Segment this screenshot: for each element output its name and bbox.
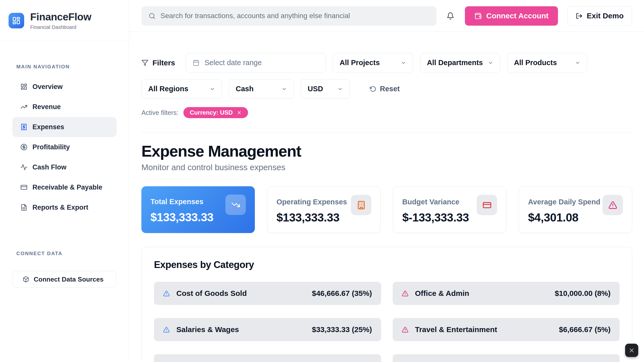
calendar-icon	[193, 59, 199, 66]
active-filters-row: Active filters: Currency: USD	[141, 107, 632, 118]
stat-label: Operating Expenses	[276, 198, 347, 206]
top-bar: Connect Account Exit Demo	[129, 0, 644, 32]
main-column: Connect Account Exit Demo Filters Select…	[129, 0, 644, 362]
stat-value: $133,333.33	[150, 210, 213, 224]
sidebar-item-profitability[interactable]: Profitability	[12, 137, 116, 157]
connect-data-sources-label: Connect Data Sources	[34, 276, 103, 283]
sidebar-item-reports-export[interactable]: Reports & Export	[12, 197, 116, 217]
chevron-down-icon	[210, 86, 215, 92]
connect-account-button[interactable]: Connect Account	[465, 6, 558, 26]
sidebar-item-label: Receivable & Payable	[32, 184, 102, 191]
category-value: $6,666.67 (5%)	[559, 325, 611, 334]
search-icon	[149, 13, 155, 19]
app-root: FinanceFlow Financial Dashboard MAIN NAV…	[0, 0, 644, 362]
stat-label: Average Daily Spend	[528, 198, 600, 206]
exit-demo-label: Exit Demo	[587, 12, 624, 20]
chevron-down-icon	[281, 86, 287, 92]
bell-icon	[447, 12, 454, 20]
sidebar-item-receivable-payable[interactable]: Receivable & Payable	[12, 177, 116, 197]
chevron-down-icon	[401, 60, 406, 66]
departments-select[interactable]: All Departments	[420, 53, 500, 72]
sidebar-item-label: Cash Flow	[32, 163, 66, 171]
category-row-salaries-wages[interactable]: Salaries & Wages $33,333.33 (25%)	[154, 318, 381, 341]
category-row-cost-of-goods-sold[interactable]: Cost of Goods Sold $46,666.67 (35%)	[154, 282, 381, 305]
reset-filters-button[interactable]: Reset	[370, 85, 400, 93]
category-row-office-admin[interactable]: Office & Admin $10,000.00 (8%)	[393, 282, 620, 305]
search-bar[interactable]	[142, 6, 436, 26]
section-divider	[141, 132, 632, 132]
category-row-travel-entertainment[interactable]: Travel & Entertainment $6,666.67 (5%)	[393, 318, 620, 341]
logout-icon	[576, 13, 583, 19]
file-text-icon	[20, 204, 27, 211]
stat-card-operating-expenses[interactable]: Operating Expenses $133,333.33	[267, 186, 381, 233]
rotate-ccw-icon	[370, 86, 376, 92]
trending-down-icon	[225, 195, 246, 215]
stat-card-total-expenses[interactable]: Total Expenses $133,333.33	[141, 186, 255, 233]
date-range-input[interactable]: Select date range	[186, 53, 326, 72]
sidebar-item-overview[interactable]: Overview	[12, 77, 116, 97]
category-name: Cost of Goods Sold	[176, 289, 247, 298]
filters-row-1: Filters Select date range All Projects A…	[141, 53, 632, 72]
main-navigation: Overview Revenue Expenses Profitability …	[12, 77, 116, 217]
x-icon[interactable]	[237, 110, 242, 115]
app-logo	[9, 13, 24, 28]
stat-value: $133,333.33	[276, 211, 347, 224]
expenses-by-category-card: Expenses by Category Cost of Goods Sold …	[141, 247, 632, 362]
regions-select[interactable]: All Regions	[141, 79, 222, 99]
projects-select[interactable]: All Projects	[333, 53, 413, 72]
stat-card-budget-variance[interactable]: Budget Variance $-133,333.33	[393, 186, 506, 233]
dollar-circle-icon	[20, 144, 27, 151]
active-filter-chip-currency[interactable]: Currency: USD	[183, 107, 248, 118]
active-filters-label: Active filters:	[141, 109, 178, 117]
alert-triangle-icon	[163, 326, 170, 333]
products-select[interactable]: All Products	[507, 53, 587, 72]
alert-triangle-icon	[163, 290, 170, 297]
chevron-down-icon	[337, 86, 343, 92]
stat-card-average-daily-spend[interactable]: Average Daily Spend $4,301.08	[519, 186, 632, 233]
category-name: Office & Admin	[415, 289, 469, 298]
sidebar-item-label: Expenses	[32, 123, 64, 131]
exit-demo-button[interactable]: Exit Demo	[568, 6, 632, 26]
building-icon	[351, 195, 371, 215]
chevron-down-icon	[488, 60, 493, 66]
receipt-icon	[20, 123, 27, 130]
alert-triangle-icon	[602, 195, 623, 215]
chevron-down-icon	[575, 60, 580, 66]
category-name: Salaries & Wages	[176, 325, 239, 334]
filters-label: Filters	[141, 59, 175, 67]
notifications-button[interactable]	[446, 11, 455, 21]
trending-up-icon	[20, 103, 27, 110]
connect-section-title: CONNECT DATA	[16, 251, 116, 256]
connect-account-label: Connect Account	[486, 12, 548, 20]
sidebar: FinanceFlow Financial Dashboard MAIN NAV…	[0, 0, 129, 362]
currency-select[interactable]: USD	[301, 79, 350, 99]
stat-label: Total Expenses	[150, 198, 213, 206]
category-value: $10,000.00 (8%)	[555, 289, 611, 298]
sidebar-item-label: Profitability	[32, 143, 70, 151]
search-input[interactable]	[160, 12, 429, 20]
sidebar-item-revenue[interactable]: Revenue	[12, 97, 116, 117]
sidebar-item-label: Reports & Export	[32, 204, 88, 211]
alert-triangle-icon	[402, 326, 409, 333]
dashboard-grid-icon	[12, 16, 21, 25]
payment-method-select[interactable]: Cash	[229, 79, 294, 99]
category-row-professional-services[interactable]: Professional Services $3,333.33 (3%)	[393, 354, 620, 362]
stat-cards: Total Expenses $133,333.33 Operating Exp…	[141, 186, 632, 233]
credit-card-icon	[20, 184, 27, 191]
activity-icon	[20, 164, 27, 171]
category-value: $33,333.33 (25%)	[312, 325, 372, 334]
category-value: $46,666.67 (35%)	[312, 289, 372, 298]
category-name: Travel & Entertainment	[415, 325, 497, 334]
nav-section-title: MAIN NAVIGATION	[16, 64, 116, 70]
content: Filters Select date range All Projects A…	[129, 32, 644, 362]
sidebar-item-label: Revenue	[32, 103, 61, 111]
date-range-placeholder: Select date range	[205, 59, 262, 67]
sidebar-item-expenses[interactable]: Expenses	[12, 117, 116, 137]
sidebar-item-label: Overview	[32, 83, 63, 91]
connect-data-sources-button[interactable]: Connect Data Sources	[12, 271, 116, 288]
filters-row-2: All Regions Cash USD Reset	[141, 79, 632, 99]
category-row-marketing[interactable]: Marketing $20,000.00 (15%)	[154, 354, 381, 362]
x-icon	[628, 347, 635, 354]
sidebar-item-cash-flow[interactable]: Cash Flow	[12, 157, 116, 177]
close-button[interactable]	[625, 344, 638, 357]
